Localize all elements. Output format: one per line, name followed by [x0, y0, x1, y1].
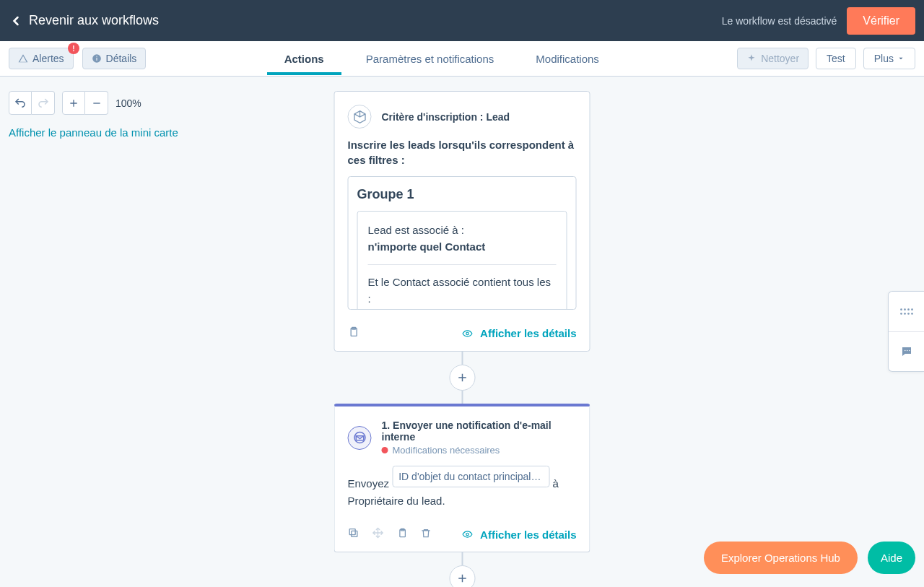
action-body: Envoyez ID d'objet du contact principal … [335, 460, 590, 520]
connector [461, 552, 463, 565]
alerts-button[interactable]: Alertes [9, 48, 74, 69]
clipboard-icon [348, 326, 359, 339]
trash-icon [421, 527, 432, 539]
trigger-icon [348, 105, 372, 129]
svg-point-20 [905, 350, 906, 352]
siderail-comments-button[interactable] [889, 331, 924, 371]
more-label: Plus [874, 53, 894, 64]
group-title: Groupe 1 [357, 187, 567, 202]
connector [461, 391, 463, 404]
zoom-out-button[interactable] [85, 91, 108, 115]
connector [461, 352, 463, 365]
details-label: Détails [106, 53, 137, 64]
plus-icon [68, 97, 79, 109]
svg-point-5 [466, 332, 468, 335]
svg-rect-8 [349, 529, 355, 535]
eye-icon [460, 529, 474, 539]
clipboard-button[interactable] [348, 326, 359, 341]
tab-modifications[interactable]: Modifications [533, 43, 602, 75]
sparkle-icon [746, 53, 757, 64]
redo-icon [37, 97, 50, 110]
filter-line-1: Lead est associé à : n'importe quel Cont… [368, 222, 557, 256]
svg-point-18 [907, 313, 910, 315]
show-details-link[interactable]: Afficher les détails [460, 327, 576, 339]
clipboard-button[interactable] [397, 527, 408, 542]
help-button[interactable]: Aide [868, 542, 915, 574]
verify-button[interactable]: Vérifier [847, 7, 915, 35]
minus-icon [91, 97, 103, 109]
svg-point-17 [904, 313, 906, 315]
plus-icon [456, 371, 468, 384]
test-button[interactable]: Test [816, 48, 856, 69]
filter-line-2: Et le Contact associé contient tous les … [368, 274, 557, 308]
delete-button[interactable] [421, 527, 432, 542]
redo-button [32, 91, 55, 115]
tab-settings-notifications[interactable]: Paramètres et notifications [363, 43, 497, 75]
svg-point-12 [900, 308, 902, 310]
token-chip[interactable]: ID d'objet du contact principal a… [392, 466, 549, 487]
trigger-subtitle: Inscrire les leads lorsqu'ils correspond… [348, 137, 577, 168]
svg-point-15 [911, 308, 913, 310]
details-button[interactable]: Détails [82, 48, 147, 69]
add-action-button[interactable] [449, 565, 475, 587]
svg-point-13 [904, 308, 906, 310]
zoom-level-text: 100% [116, 97, 141, 109]
floating-buttons: Explorer Operations Hub Aide [704, 542, 915, 574]
svg-point-21 [907, 350, 908, 352]
svg-rect-1 [96, 58, 97, 61]
clipboard-icon [397, 527, 408, 539]
svg-point-14 [907, 308, 910, 310]
action-title: 1. Envoyer une notification d'e-mail int… [382, 419, 577, 443]
undo-icon [14, 97, 27, 110]
tab-actions[interactable]: Actions [282, 43, 327, 75]
trigger-title: Critère d'inscription : Lead [382, 111, 510, 123]
move-button [372, 527, 384, 542]
action-card-1[interactable]: 1. Envoyer une notification d'e-mail int… [334, 404, 590, 552]
alerts-label: Alertes [32, 53, 64, 64]
status-dot-error [382, 447, 388, 453]
top-bar: Revenir aux workflows Le workflow est dé… [0, 0, 924, 41]
action-status: Modifications nécessaires [382, 445, 577, 456]
filter-divider [368, 264, 557, 265]
tabs: Actions Paramètres et notifications Modi… [282, 43, 602, 75]
copy-button[interactable] [348, 527, 359, 542]
toolbar: Alertes ! Détails Actions Paramètres et … [0, 41, 924, 77]
workflow-flow: Critère d'inscription : Lead Inscrire le… [334, 91, 590, 587]
action-icon [348, 426, 372, 450]
undo-button[interactable] [9, 91, 32, 115]
cube-icon [352, 110, 367, 124]
siderail-grid-button[interactable] [889, 292, 924, 331]
cleanup-button: Nettoyer [737, 48, 808, 69]
back-label: Revenir aux workflows [29, 13, 159, 28]
copy-icon [348, 527, 359, 539]
plus-icon [456, 572, 468, 585]
enrollment-trigger-card[interactable]: Critère d'inscription : Lead Inscrire le… [334, 91, 590, 352]
cleanup-label: Nettoyer [761, 53, 799, 64]
envelope-icon [353, 431, 366, 444]
chevron-left-icon [9, 14, 23, 28]
workflow-canvas: 100% Afficher le panneau de la mini cart… [0, 77, 924, 587]
workflow-status-text: Le workflow est désactivé [722, 15, 837, 27]
eye-icon [460, 329, 474, 339]
side-rail [888, 291, 924, 372]
chevron-down-icon [897, 55, 905, 62]
svg-point-11 [466, 534, 468, 536]
svg-point-22 [909, 350, 910, 352]
move-icon [372, 527, 384, 539]
grid-icon [899, 307, 914, 317]
back-to-workflows-link[interactable]: Revenir aux workflows [9, 13, 159, 28]
more-button[interactable]: Plus [863, 48, 915, 69]
svg-rect-2 [96, 56, 97, 57]
svg-rect-7 [352, 531, 357, 537]
show-details-link[interactable]: Afficher les détails [460, 529, 576, 541]
chat-icon [900, 345, 913, 358]
warning-icon [18, 53, 28, 64]
zoom-in-button[interactable] [62, 91, 85, 115]
filter-group: Groupe 1 Lead est associé à : n'importe … [348, 176, 577, 310]
svg-point-16 [900, 313, 902, 315]
add-action-button[interactable] [449, 365, 475, 391]
info-icon [92, 53, 102, 64]
explore-ops-hub-button[interactable]: Explorer Operations Hub [704, 542, 858, 574]
svg-point-19 [911, 313, 913, 315]
alerts-badge: ! [68, 43, 79, 54]
